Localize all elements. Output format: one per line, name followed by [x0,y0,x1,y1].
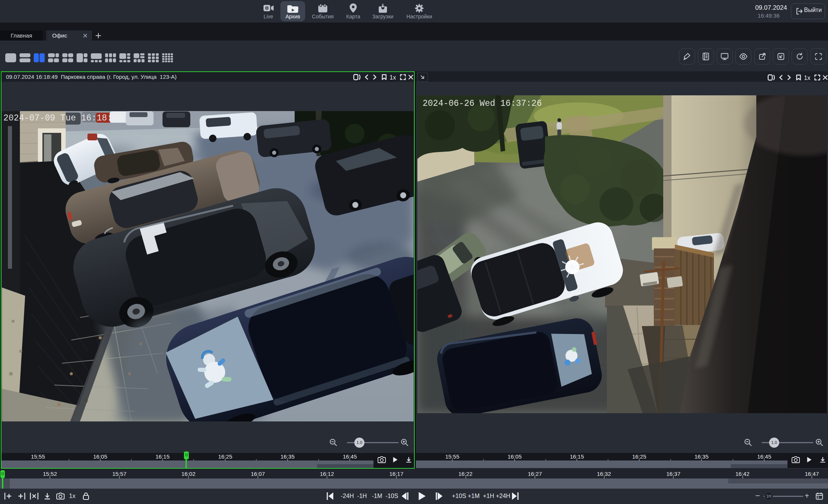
svg-text:2024-07-09 Tue 16:18:46: 2024-07-09 Tue 16:18:46 [3,113,122,123]
svg-text:2024-06-26 Wed 16:37:26: 2024-06-26 Wed 16:37:26 [423,99,542,108]
